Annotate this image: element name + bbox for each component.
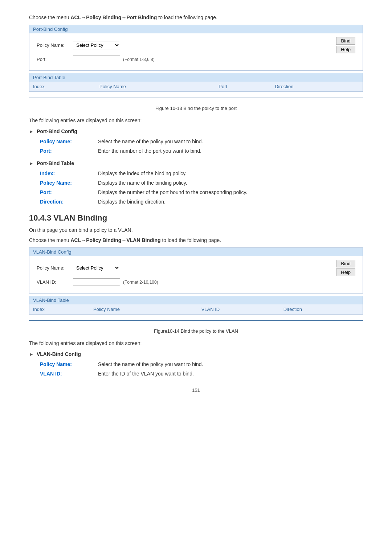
field-policy-name-table-desc: Displays the name of the binding policy.: [98, 180, 363, 186]
field-index: Index: Displays the index of the binding…: [40, 171, 363, 176]
field-port-table-label: Port:: [40, 189, 98, 195]
field-direction-desc: Displays the binding direction.: [98, 199, 363, 205]
policy-name-row: Policy Name: Select Policy Bind Help: [37, 37, 355, 53]
port-format-hint: (Format:1-3,6,8): [123, 57, 155, 62]
intro-text-1: Choose the menu ACL→Policy Binding→Port …: [29, 15, 363, 20]
vlan-field-policy-name-label: Policy Name:: [40, 361, 98, 367]
vlan-bind-button[interactable]: Bind: [336, 260, 355, 267]
port-bind-table-header: Port-Bind Table: [29, 73, 363, 82]
vlan-id-label: VLAN ID:: [37, 279, 73, 285]
port-bind-table-fields: Index: Displays the index of the binding…: [40, 171, 363, 205]
vlan-field-vlan-id-label: VLAN ID:: [40, 371, 98, 377]
col-policy-name: Policy Name: [96, 82, 215, 91]
vlan-field-vlan-id-desc: Enter the ID of the VLAN you want to bin…: [98, 371, 363, 377]
port-bind-table-section-title: Port-Bind Table: [37, 160, 74, 166]
entries1-heading: The following entries are displayed on t…: [29, 118, 363, 123]
vlan-bind-table-header: VLAN-Bind Table: [29, 296, 363, 304]
intro1-pre: Choose the menu: [29, 15, 70, 20]
entries2-heading: The following entries are displayed on t…: [29, 340, 363, 346]
field-policy-name-desc: Select the name of the policy you want t…: [98, 139, 363, 144]
vlan-field-policy-name: Policy Name: Select the name of the poli…: [40, 361, 363, 367]
vlan-bind-table-box: VLAN-Bind Table Index Policy Name VLAN I…: [29, 296, 363, 315]
field-index-desc: Displays the index of the binding policy…: [98, 171, 363, 176]
figure2-caption: Figure10-14 Bind the policy to the VLAN: [29, 328, 363, 334]
field-direction: Direction: Displays the binding directio…: [40, 199, 363, 205]
field-index-label: Index:: [40, 171, 98, 176]
port-bind-config-fields: Policy Name: Select the name of the poli…: [40, 139, 363, 154]
vlan-bind-config-section: ► VLAN-Bind Config Policy Name: Select t…: [29, 351, 363, 377]
intro1-path: ACL→Policy Binding→Port Binding: [70, 15, 157, 20]
field-port-table-desc: Displays the number of the port bound to…: [98, 189, 363, 195]
arrow-icon-3: ►: [29, 352, 34, 357]
vlan-policy-name-select-wrap: Select Policy: [73, 264, 120, 272]
intro-text-2: Choose the menu ACL→Policy Binding→VLAN …: [29, 237, 363, 243]
vlan-bind-config-box: VLAN-Bind Config Policy Name: Select Pol…: [29, 247, 363, 294]
vlan-policy-name-select[interactable]: Select Policy: [73, 264, 120, 272]
field-port: Port: Enter the number of the port you w…: [40, 148, 363, 154]
port-bind-config-section-title: Port-Bind Config: [37, 128, 77, 134]
port-bind-config-title-row: ► Port-Bind Config: [29, 128, 363, 134]
vlan-bind-config-fields: Policy Name: Select the name of the poli…: [40, 361, 363, 377]
vlan-bind-config-title-row: ► VLAN-Bind Config: [29, 351, 363, 357]
port-bind-config-box: Port-Bind Config Policy Name: Select Pol…: [29, 25, 363, 71]
port-bind-config-body: Policy Name: Select Policy Bind Help Por…: [29, 33, 363, 70]
port-bind-table-bottom-line: [29, 98, 363, 98]
arrow-icon-1: ►: [29, 129, 34, 134]
vlan-field-vlan-id: VLAN ID: Enter the ID of the VLAN you wa…: [40, 371, 363, 377]
field-port-table: Port: Displays the number of the port bo…: [40, 189, 363, 195]
vlan-bind-buttons: Bind Help: [336, 260, 355, 276]
port-bind-table: Index Policy Name Port Direction: [29, 82, 363, 91]
vlan-col-vlan-id: VLAN ID: [198, 304, 280, 314]
field-policy-name-table-label: Policy Name:: [40, 180, 98, 186]
field-direction-label: Direction:: [40, 199, 98, 205]
bind-button[interactable]: Bind: [336, 37, 355, 45]
vlan-policy-name-label: Policy Name:: [37, 265, 73, 271]
port-bind-table-header-row: Index Policy Name Port Direction: [29, 82, 363, 91]
page-number: 151: [29, 387, 363, 393]
policy-name-select-wrap: Select Policy: [73, 41, 120, 49]
port-label: Port:: [37, 57, 73, 62]
help-button[interactable]: Help: [336, 46, 355, 53]
field-port-desc: Enter the number of the port you want to…: [98, 148, 363, 154]
port-bind-table-box: Port-Bind Table Index Policy Name Port D…: [29, 73, 363, 92]
vlan-bind-table-bottom-line: [29, 320, 363, 321]
intro2-pre: Choose the menu: [29, 237, 70, 243]
port-bind-buttons: Bind Help: [336, 37, 355, 53]
vlan-bind-config-header: VLAN-Bind Config: [29, 248, 363, 256]
field-port-label: Port:: [40, 148, 98, 154]
port-row: Port: (Format:1-3,6,8): [37, 56, 355, 63]
vlan-binding-heading: 10.4.3 VLAN Binding: [29, 213, 363, 223]
port-input[interactable]: [73, 56, 120, 63]
port-bind-config-section: ► Port-Bind Config Policy Name: Select t…: [29, 128, 363, 154]
field-policy-name-label: Policy Name:: [40, 139, 98, 144]
policy-name-select[interactable]: Select Policy: [73, 41, 120, 49]
figure1-caption: Figure 10-13 Bind the policy to the port: [29, 106, 363, 111]
field-policy-name: Policy Name: Select the name of the poli…: [40, 139, 363, 144]
arrow-icon-2: ►: [29, 161, 34, 166]
vlan-col-index: Index: [29, 304, 90, 314]
vlan-policy-name-row: Policy Name: Select Policy Bind Help: [37, 260, 355, 276]
intro2-path: ACL→Policy Binding→VLAN Binding: [70, 237, 160, 243]
port-bind-config-header: Port-Bind Config: [29, 25, 363, 33]
intro2-post: to load the following page.: [161, 237, 221, 243]
vlan-id-input[interactable]: [73, 278, 120, 286]
vlan-field-policy-name-desc: Select the name of the policy you want t…: [98, 361, 363, 367]
port-bind-table-title-row: ► Port-Bind Table: [29, 160, 363, 166]
policy-name-label: Policy Name:: [37, 42, 73, 48]
vlan-para1: On this page you can bind a policy to a …: [29, 227, 363, 233]
vlan-id-format-hint: (Format:2-10,100): [123, 280, 158, 285]
vlan-help-button[interactable]: Help: [336, 268, 355, 276]
col-port: Port: [215, 82, 271, 91]
vlan-bind-table-header-row: Index Policy Name VLAN ID Direction: [29, 304, 363, 314]
port-bind-table-section: ► Port-Bind Table Index: Displays the in…: [29, 160, 363, 205]
vlan-bind-table: Index Policy Name VLAN ID Direction: [29, 304, 363, 314]
vlan-col-direction: Direction: [280, 304, 363, 314]
vlan-bind-config-body: Policy Name: Select Policy Bind Help VLA…: [29, 256, 363, 293]
vlan-bind-config-section-title: VLAN-Bind Config: [37, 351, 81, 357]
vlan-col-policy-name: Policy Name: [90, 304, 198, 314]
intro1-post: to load the following page.: [157, 15, 217, 20]
vlan-id-row: VLAN ID: (Format:2-10,100): [37, 278, 355, 286]
field-policy-name-table: Policy Name: Displays the name of the bi…: [40, 180, 363, 186]
col-index: Index: [29, 82, 96, 91]
col-direction: Direction: [271, 82, 363, 91]
